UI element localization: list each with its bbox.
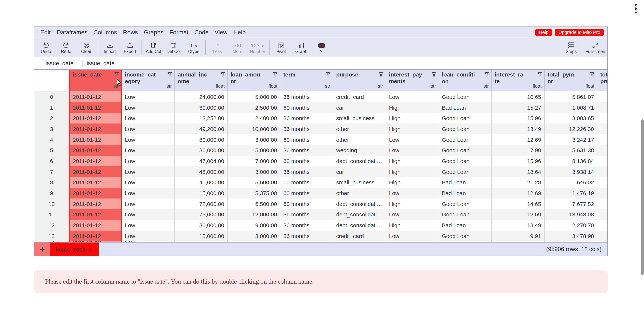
cell[interactable]: 1,476.19 <box>544 188 597 198</box>
cell[interactable]: Low <box>122 145 175 156</box>
cell[interactable]: High <box>386 123 439 134</box>
cell[interactable]: 40,000.00 <box>175 177 228 188</box>
filter-funnel-icon[interactable] <box>326 72 330 78</box>
column-header-annual-income[interactable]: annual_incomefloat <box>175 70 228 91</box>
filter-funnel-icon[interactable] <box>273 72 278 78</box>
cell[interactable]: 3,242.17 <box>544 134 597 145</box>
cell[interactable] <box>597 177 608 188</box>
cell[interactable]: car <box>333 102 386 113</box>
cell[interactable]: 2011-01-12 <box>69 123 122 134</box>
cell[interactable]: High <box>386 199 439 209</box>
cell[interactable]: High <box>386 220 439 231</box>
column-header-loan-amount[interactable]: loan_amountfloat <box>228 70 280 91</box>
cell[interactable]: 36 months <box>280 231 333 241</box>
cell[interactable]: 12.69 <box>492 188 544 198</box>
cell[interactable]: 2011-01-12 <box>69 156 122 166</box>
cell[interactable]: Low <box>122 220 175 231</box>
cell[interactable]: 2011-01-12 <box>69 231 122 241</box>
cell[interactable]: 47,004.00 <box>175 156 228 166</box>
cell[interactable]: 2011-01-12 <box>69 166 122 177</box>
cell[interactable]: 12.69 <box>492 134 544 145</box>
menu-help[interactable]: Help <box>233 29 246 36</box>
cell[interactable]: High <box>386 166 439 177</box>
cell[interactable]: 30,000.00 <box>175 220 228 231</box>
cell[interactable]: 3,478.98 <box>544 231 597 241</box>
cell[interactable]: 5,000.00 <box>228 145 280 156</box>
cell[interactable]: 3,000.00 <box>228 134 280 145</box>
cell[interactable]: Good Loan <box>439 123 492 134</box>
cell[interactable]: 5,000.00 <box>228 91 280 102</box>
row-index[interactable]: 0 <box>34 91 69 102</box>
cell[interactable]: 36,000.00 <box>175 145 228 156</box>
cell[interactable] <box>597 134 608 145</box>
cell[interactable]: Low <box>122 209 175 220</box>
cell[interactable]: 2011-01-12 <box>69 102 122 113</box>
row-index[interactable]: 9 <box>34 188 69 198</box>
cell[interactable] <box>597 113 608 123</box>
cell[interactable]: Bad Loan <box>439 220 492 231</box>
cell[interactable]: 48,000.00 <box>175 166 228 177</box>
filter-funnel-icon[interactable] <box>114 72 119 78</box>
cell[interactable] <box>597 209 608 220</box>
cell[interactable]: 5,631.38 <box>544 145 597 156</box>
cell[interactable]: Low <box>386 231 439 241</box>
import-button[interactable]: Import <box>100 38 120 57</box>
cell[interactable]: 60 months <box>280 134 333 145</box>
cell[interactable]: High <box>386 113 439 123</box>
kebab-menu-icon[interactable] <box>634 4 638 13</box>
row-index[interactable]: 4 <box>34 134 69 145</box>
cell[interactable]: Good Loan <box>439 209 492 220</box>
row-index[interactable]: 7 <box>34 166 69 177</box>
cell[interactable]: Low <box>122 123 175 134</box>
help-button[interactable]: Help <box>536 28 552 36</box>
cell[interactable] <box>597 220 608 231</box>
cell[interactable] <box>597 123 608 134</box>
cell[interactable]: Good Loan <box>439 113 492 123</box>
row-index[interactable]: 12 <box>34 220 69 231</box>
undo-button[interactable]: Undo <box>36 38 56 57</box>
cell[interactable]: 60 months <box>280 177 333 188</box>
cell[interactable] <box>597 231 608 241</box>
filter-funnel-icon[interactable] <box>432 72 436 78</box>
cell[interactable]: 9.91 <box>492 231 544 241</box>
cell[interactable]: Low <box>122 231 175 241</box>
cell[interactable]: 10,000.00 <box>228 123 280 134</box>
row-index[interactable]: 13 <box>34 231 69 241</box>
cell[interactable]: Good Loan <box>439 91 492 102</box>
cell[interactable]: Low <box>122 177 175 188</box>
cell[interactable]: 2011-01-12 <box>69 145 122 156</box>
cell[interactable]: High <box>386 102 439 113</box>
cell[interactable] <box>597 91 608 102</box>
cell[interactable]: 3,003.65 <box>544 113 597 123</box>
cell[interactable]: 12.69 <box>492 209 544 220</box>
cell[interactable]: 5,861.07 <box>544 91 597 102</box>
column-header-loan-condition[interactable]: loan_conditionstr <box>439 70 492 91</box>
filter-funnel-icon[interactable] <box>590 72 595 78</box>
cell[interactable]: 36 months <box>280 220 333 231</box>
cell[interactable]: car <box>333 166 386 177</box>
add-col-button[interactable]: Add Col <box>143 38 164 57</box>
cell[interactable]: other <box>333 123 386 134</box>
cell[interactable]: Low <box>386 188 439 198</box>
cell[interactable]: Good Loan <box>439 231 492 241</box>
cell[interactable]: 14.65 <box>492 199 544 209</box>
add-sheet-button[interactable]: + <box>34 243 50 256</box>
cell[interactable] <box>597 199 608 209</box>
cell[interactable]: Low <box>122 91 175 102</box>
page-scrollbar-thumb[interactable] <box>641 119 644 275</box>
menu-view[interactable]: View <box>215 29 228 36</box>
cell[interactable]: Good Loan <box>439 134 492 145</box>
dtype-button[interactable]: T ▼Dtype <box>184 38 204 57</box>
column-header-totprn[interactable]: totprn <box>597 70 608 91</box>
menu-code[interactable]: Code <box>194 29 209 36</box>
cell[interactable]: 72,000.00 <box>175 199 228 209</box>
cell[interactable]: 6,500.00 <box>228 199 280 209</box>
cell[interactable]: Low <box>122 156 175 166</box>
cell[interactable]: 80,000.00 <box>175 134 228 145</box>
cell[interactable]: Good Loan <box>439 199 492 209</box>
cell[interactable]: 5,375.00 <box>228 188 280 198</box>
filter-funnel-icon[interactable] <box>537 72 542 78</box>
cell[interactable]: Low <box>386 134 439 145</box>
column-header-purpose[interactable]: purposestr <box>333 70 386 91</box>
cell[interactable]: 15.96 <box>492 113 544 123</box>
